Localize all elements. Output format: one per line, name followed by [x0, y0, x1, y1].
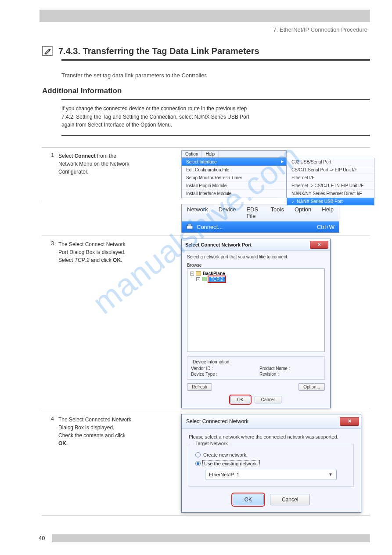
vendor-id-label: Vendor ID :: [191, 366, 252, 371]
tree-tcp2[interactable]: TCP:2: [209, 277, 225, 282]
step-number-4: 4: [42, 414, 54, 513]
tree-node-icon-2: [202, 277, 207, 281]
device-type-label: Device Type :: [191, 372, 252, 377]
ok-button[interactable]: OK: [230, 396, 250, 403]
revision-label: Revision :: [259, 372, 321, 377]
pencil-icon: [42, 45, 53, 57]
additional-info-heading: Additional Information: [42, 85, 370, 97]
dialog-title: Select Connect Network Port: [185, 242, 252, 247]
section-heading: 7.4.3. Transferring the Tag Data Link Pa…: [58, 46, 259, 56]
menu-network[interactable]: Network: [182, 204, 213, 221]
step-text-2: [58, 204, 177, 233]
menu-install-interface[interactable]: Install Interface Module: [182, 190, 286, 198]
dialog2-instruction: Please select a network where the connec…: [189, 434, 354, 439]
section-label: 7. EtherNet/IP Connection Procedure: [0, 26, 370, 33]
target-network-legend: Target Network: [194, 441, 230, 446]
divider-under-additional: [61, 99, 370, 100]
menu-help2[interactable]: Help: [316, 204, 339, 221]
dialog-instruction: Select a network port that you would lik…: [187, 254, 325, 259]
menu-help[interactable]: Help: [202, 151, 219, 157]
tree-expand-icon-2[interactable]: +: [196, 277, 200, 281]
dialog2-title: Select Connected Network: [186, 418, 248, 424]
network-combo[interactable]: EtherNet/IP_1 ▼: [205, 470, 337, 479]
tree-node-icon: [196, 271, 201, 276]
step-1-screenshot: Option Help Select Interface Edit Config…: [181, 150, 370, 198]
interface-submenu: CJ2 USB/Serial Port CS/CJ1 Serial Port -…: [287, 158, 374, 206]
menu-bar: Option Help: [181, 150, 287, 158]
select-connected-dialog: Select Connected Network ✕ Please select…: [181, 414, 361, 513]
menu-select-interface[interactable]: Select Interface: [182, 158, 286, 166]
close-icon[interactable]: ✕: [310, 241, 328, 249]
option-dropdown: Select Interface Edit Configuration File…: [181, 158, 287, 198]
radio-icon: [195, 452, 201, 457]
radio-create-new[interactable]: Create new network.: [195, 452, 347, 457]
cancel-button[interactable]: Cancel: [270, 494, 310, 505]
step-number-1: 1: [42, 150, 54, 198]
menu-edsfile[interactable]: EDS File: [241, 204, 265, 221]
close-icon[interactable]: ✕: [340, 417, 359, 426]
refresh-button[interactable]: Refresh: [187, 383, 212, 391]
header-bar: [40, 10, 370, 22]
radio-icon-checked: [195, 461, 201, 466]
menu-device[interactable]: Device: [213, 204, 241, 221]
menu-edit-config[interactable]: Edit Configuration File: [182, 166, 286, 174]
svg-rect-1: [187, 226, 193, 229]
submenu-cj2[interactable]: CJ2 USB/Serial Port: [287, 158, 374, 166]
step-number-2: [42, 204, 54, 233]
step-3-screenshot: Select Connect Network Port ✕ Select a n…: [181, 239, 370, 408]
device-info-legend: Device Information: [191, 359, 231, 364]
combo-value: EtherNet/IP_1: [209, 472, 239, 477]
divider-thin: [61, 135, 370, 136]
step-4-screenshot: Select Connected Network ✕ Please select…: [181, 414, 370, 513]
submenu-nj-ethernet[interactable]: NJ/NX/NY Series Ethernet Direct I/F: [287, 190, 374, 198]
ok-button[interactable]: OK: [233, 494, 264, 505]
step-text-1: Select Connect from theNetwork Menu on t…: [58, 150, 177, 198]
step-number-3: 3: [42, 239, 54, 408]
submenu-ethernet[interactable]: Ethernet I/F: [287, 174, 374, 182]
divider-thick: [61, 59, 370, 61]
note-text: If you change the connected device or th…: [61, 105, 370, 129]
menu-option2[interactable]: Option: [289, 204, 316, 221]
connect-icon: [186, 224, 193, 230]
menu-tools[interactable]: Tools: [266, 204, 289, 221]
chevron-down-icon: ▼: [328, 472, 333, 477]
menu-refresh-timer[interactable]: Setup Monitor Refresh Timer: [182, 174, 286, 182]
tree-view[interactable]: + BackPlane + TCP:2: [187, 268, 325, 352]
step-text-4: The Select Connected NetworkDialog Box i…: [58, 414, 177, 513]
connect-menuitem[interactable]: Connect... Ctrl+W: [182, 221, 339, 232]
select-port-dialog: Select Connect Network Port ✕ Select a n…: [181, 239, 331, 408]
step-2-screenshot: Network Device EDS File Tools Option Hel…: [181, 204, 370, 233]
product-name-label: Product Name :: [259, 366, 321, 371]
step-text-3: The Select Connect NetworkPort Dialog Bo…: [58, 239, 177, 408]
page-number: 40: [39, 535, 45, 541]
shortcut-label: Ctrl+W: [317, 224, 334, 230]
cancel-button[interactable]: Cancel: [255, 396, 281, 403]
browse-label: Browse: [187, 263, 325, 268]
radio-use-existing[interactable]: Use the existing network.: [195, 461, 347, 466]
option-button[interactable]: Option...: [298, 383, 325, 391]
submenu-nj-usb[interactable]: NJ/NX Series USB Port: [287, 198, 374, 206]
target-network-group: Target Network Create new network. Use t…: [189, 444, 354, 487]
menu-install-plugin[interactable]: Install Plugin Module: [182, 182, 286, 190]
footer-bar: [52, 534, 370, 542]
submenu-cscj1-serial[interactable]: CS/CJ1 Serial Port -> EIP Unit I/F: [287, 166, 374, 174]
submenu-ethernet-cscj1[interactable]: Ethernet -> CS/CJ1 ETN-EIP Unit I/F: [287, 182, 374, 190]
tree-root[interactable]: BackPlane: [203, 271, 225, 276]
tree-expand-icon[interactable]: +: [190, 272, 194, 276]
subheading: Transfer the set tag data link parameter…: [61, 71, 370, 80]
svg-rect-2: [188, 224, 191, 226]
menu-option[interactable]: Option: [182, 151, 202, 157]
device-info-group: Device Information Vendor ID : Product N…: [187, 356, 325, 380]
app-menubar: Network Device EDS File Tools Option Hel…: [182, 204, 339, 221]
